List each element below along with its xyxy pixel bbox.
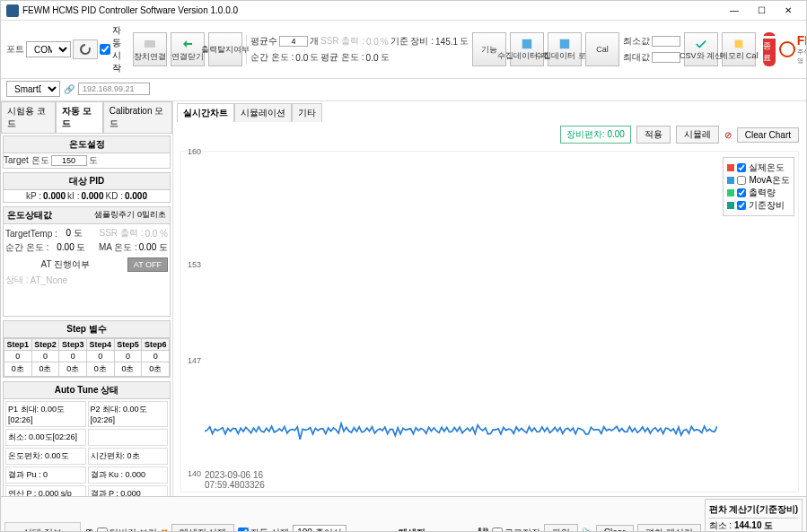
output-detect-button[interactable]: 출력탈지여부 [208, 32, 242, 66]
lines-input[interactable] [293, 525, 346, 533]
x-axis-label: 2023-09-06 1607:59.4803326 [205, 470, 265, 490]
svg-rect-1 [522, 39, 532, 48]
legend-item[interactable]: 실제온도 [727, 161, 790, 174]
apply-button[interactable]: 적용 [636, 126, 671, 144]
chart-tab-1[interactable]: 시뮬레이션 [234, 103, 292, 122]
legend-item[interactable]: 출력량 [727, 187, 790, 199]
target-pid-header: 대상 PID [4, 173, 170, 190]
device-connect-button[interactable]: 장치연결 [133, 32, 167, 66]
save-icon: 💾 [478, 528, 488, 532]
monitor-icon: 🖥 [84, 528, 93, 532]
ip-display: 192.168.99.21 [78, 83, 150, 95]
maximize-button[interactable]: ☐ [749, 3, 774, 19]
status-info-button[interactable]: 상태 정보 [4, 522, 81, 533]
port-combo[interactable]: COM3 [26, 41, 71, 57]
base-dev-label: 기준 장비 : [390, 35, 434, 48]
app-icon [6, 4, 19, 17]
left-tab-2[interactable]: Calibration 모드 [103, 101, 172, 133]
smartdac-combo[interactable]: SmartDAC [6, 81, 60, 97]
ssr-out-label: SSR 출력 : [320, 35, 364, 48]
debug-view-checkbox[interactable]: 디버깅 보기 [97, 527, 157, 533]
exit-button[interactable]: 종료 [763, 32, 776, 66]
attach-icon: 📎 [582, 528, 592, 532]
delete-icon: ✖ [161, 528, 168, 532]
target-temp-input[interactable] [51, 155, 87, 166]
avg-count-input[interactable] [279, 36, 308, 47]
min-input[interactable] [652, 36, 680, 47]
legend-item[interactable]: 기준장비 [727, 199, 790, 212]
realtime-chart[interactable]: 140147153160 실제온도MovA온도출력량기준장비 2023-09-0… [180, 151, 799, 493]
msg-delete-button[interactable]: 메세지 삭제 [171, 524, 235, 533]
deviation-panel: 편차 계산기(기준장비) 최소 : 144.10 도 최대 : 146.30 도… [705, 499, 803, 532]
dev-calc-button[interactable]: 편차 계산기 [637, 524, 701, 533]
connect-icon: 🔗 [64, 84, 75, 94]
clear-button[interactable]: Clear [596, 525, 634, 532]
device-deviation-box: 장비편차: 0.00 [560, 126, 631, 144]
close-button[interactable]: ✕ [776, 3, 801, 19]
minimize-button[interactable]: — [722, 3, 747, 19]
logo: FEWM 주식회사 륜영 [779, 33, 807, 65]
left-tab-0[interactable]: 시험용 코드 [1, 101, 56, 133]
avg-temp-label: 평균 온도 : [320, 51, 364, 64]
log-save-checkbox[interactable]: 로그저장 [492, 527, 540, 533]
message-label: 메세지 [350, 527, 474, 533]
inst-temp-label: 순간 온도 : [250, 51, 294, 64]
max-input[interactable] [652, 52, 680, 63]
left-tab-1[interactable]: 자동 모드 [56, 101, 102, 133]
window-title: FEWM HCMS PID Controller Software Versio… [22, 5, 722, 15]
simulate-button[interactable]: 시뮬레 [676, 126, 719, 144]
collect-load-button[interactable]: 수집데이터 로드 [548, 32, 582, 66]
step-header: Step 별수 [4, 321, 170, 338]
temp-set-header: 온도설정 [4, 136, 170, 153]
cal-button[interactable]: Cal [585, 32, 619, 66]
auto-start-checkbox[interactable]: 자동 시작 [100, 24, 129, 74]
svg-rect-0 [145, 40, 155, 48]
chart-tab-0[interactable]: 실시간차트 [177, 103, 234, 122]
auto-delete-checkbox[interactable]: 자동 삭제 [238, 527, 289, 533]
block-icon: ⊘ [724, 130, 732, 140]
error-set-header: 온도상태값 [7, 209, 52, 222]
memory-cal-button[interactable]: 메모리 Cal [722, 32, 756, 66]
legend-item[interactable]: MovA온도 [727, 174, 790, 187]
chart-legend: 실제온도MovA온도출력량기준장비 [723, 157, 794, 216]
chart-tab-2[interactable]: 기타 [292, 103, 322, 122]
autotune-header: Auto Tune 상태 [4, 382, 170, 399]
file-button[interactable]: 파일 [544, 524, 578, 533]
svg-rect-3 [735, 39, 743, 48]
refresh-port-button[interactable] [73, 39, 98, 59]
port-label: 포트 [6, 43, 24, 56]
clear-chart-button[interactable]: Clear Chart [737, 127, 799, 143]
device-disconnect-button[interactable]: 연결닫기 [171, 32, 205, 66]
csv-calc-button[interactable]: CSV와 계산 [684, 32, 718, 66]
at-toggle-button[interactable]: AT OFF [127, 257, 168, 272]
avg-count-label: 평균수 [250, 35, 277, 48]
svg-rect-2 [560, 39, 570, 48]
